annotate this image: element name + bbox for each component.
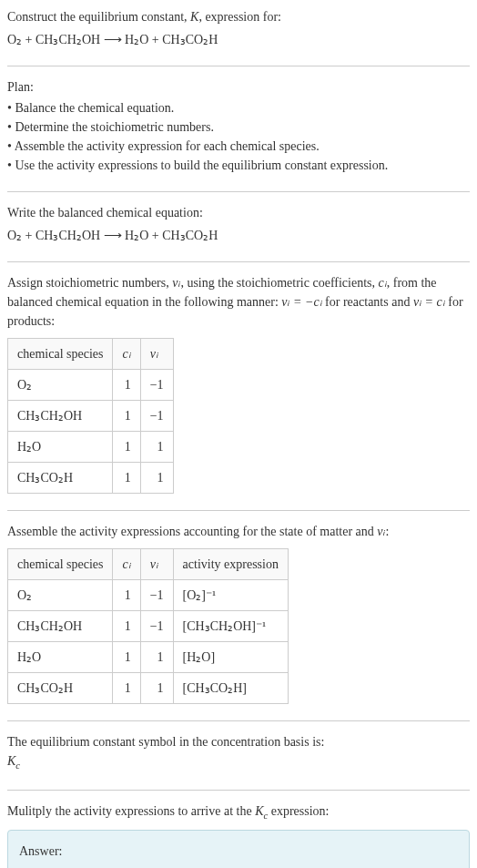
balanced-equation: O₂ + CH₃CH₂OH ⟶ H₂O + CH₃CO₂H [7,226,470,245]
stoich-pre: Assign stoichiometric numbers, [7,276,172,290]
cell-species: CH₃CO₂H [8,463,113,494]
stoich-eq2: νᵢ = cᵢ [413,295,445,309]
plan-section: Plan: Balance the chemical equation. Det… [7,77,470,175]
cell-ci: 1 [113,432,140,463]
symbol-section: The equilibrium constant symbol in the c… [7,732,470,773]
cell-species: O₂ [8,580,113,611]
col-species: chemical species [8,339,113,370]
plan-item: Determine the stoichiometric numbers. [7,117,470,137]
plan-item: Balance the chemical equation. [7,98,470,117]
cell-ci: 1 [113,370,140,401]
divider [7,261,470,262]
cell-nu: 1 [140,432,173,463]
cell-species: CH₃CO₂H [8,673,113,704]
col-nu: νᵢ [140,549,173,580]
activity-section: Assemble the activity expressions accoun… [7,522,470,704]
col-expr: activity expression [173,549,288,580]
stoich-section: Assign stoichiometric numbers, νᵢ, using… [7,273,470,494]
cell-species: CH₃CH₂OH [8,611,113,642]
cell-ci: 1 [113,673,140,704]
cell-ci: 1 [113,401,140,432]
cell-species: CH₃CH₂OH [8,401,113,432]
stoich-text: Assign stoichiometric numbers, νᵢ, using… [7,273,470,331]
plan-item: Use the activity expressions to build th… [7,156,470,175]
cell-nu: −1 [140,580,173,611]
activity-text: Assemble the activity expressions accoun… [7,522,470,541]
table-row: CH₃CO₂H 1 1 [CH₃CO₂H] [8,673,289,704]
cell-nu: 1 [140,673,173,704]
activity-table: chemical species cᵢ νᵢ activity expressi… [7,548,289,704]
table-header-row: chemical species cᵢ νᵢ activity expressi… [8,549,289,580]
stoich-ci: cᵢ [379,276,387,290]
col-ci: cᵢ [113,339,140,370]
cell-nu: −1 [140,401,173,432]
cell-expr: [O₂]⁻¹ [173,580,288,611]
col-species: chemical species [8,549,113,580]
cell-expr: [CH₃CO₂H] [173,673,288,704]
intro-section: Construct the equilibrium constant, K, e… [7,7,470,49]
multiply-section: Mulitply the activity expressions to arr… [7,802,470,868]
cell-ci: 1 [113,463,140,494]
symbol-text: The equilibrium constant symbol in the c… [7,732,470,751]
divider [7,191,470,192]
multiply-post: expression: [268,804,329,818]
cell-nu: 1 [140,463,173,494]
plan-list: Balance the chemical equation. Determine… [7,98,470,175]
cell-nu: −1 [140,611,173,642]
cell-species: H₂O [8,642,113,673]
intro-post: , expression for: [198,10,281,24]
cell-species: O₂ [8,370,113,401]
cell-ci: 1 [113,642,140,673]
col-nu: νᵢ [140,339,173,370]
stoich-eq1: νᵢ = −cᵢ [281,295,321,309]
table-row: CH₃CH₂OH 1 −1 [8,401,174,432]
table-row: O₂ 1 −1 [8,370,174,401]
divider [7,510,470,511]
intro-equation: O₂ + CH₃CH₂OH ⟶ H₂O + CH₃CO₂H [7,30,470,49]
divider [7,66,470,66]
cell-nu: 1 [140,642,173,673]
balanced-title: Write the balanced chemical equation: [7,203,470,222]
intro-text: Construct the equilibrium constant, K, e… [7,7,470,26]
table-row: CH₃CO₂H 1 1 [8,463,174,494]
table-row: O₂ 1 −1 [O₂]⁻¹ [8,580,289,611]
multiply-text: Mulitply the activity expressions to arr… [7,802,470,823]
plan-item: Assemble the activity expression for eac… [7,137,470,156]
stoich-mid3: for reactants and [322,295,413,309]
col-ci: cᵢ [113,549,140,580]
table-row: H₂O 1 1 [H₂O] [8,642,289,673]
answer-box: Answer: Kc = [O₂]⁻¹ [CH₃CH₂OH]⁻¹ [H₂O] [… [7,830,470,868]
intro-k: K [190,10,198,24]
table-row: H₂O 1 1 [8,432,174,463]
balanced-section: Write the balanced chemical equation: O₂… [7,203,470,245]
multiply-pre: Mulitply the activity expressions to arr… [7,804,255,818]
cell-expr: [CH₃CH₂OH]⁻¹ [173,611,288,642]
answer-label: Answer: [19,842,458,861]
cell-species: H₂O [8,432,113,463]
cell-nu: −1 [140,370,173,401]
cell-ci: 1 [113,580,140,611]
cell-ci: 1 [113,611,140,642]
intro-pre: Construct the equilibrium constant, [7,10,190,24]
cell-expr: [H₂O] [173,642,288,673]
symbol-kc: Kc [7,751,470,773]
table-header-row: chemical species cᵢ νᵢ [8,339,174,370]
table-row: CH₃CH₂OH 1 −1 [CH₃CH₂OH]⁻¹ [8,611,289,642]
divider [7,720,470,721]
stoich-table: chemical species cᵢ νᵢ O₂ 1 −1 CH₃CH₂OH … [7,338,174,494]
divider [7,790,470,791]
stoich-mid1: , using the stoichiometric coefficients, [180,276,378,290]
activity-post: : [386,525,390,538]
activity-pre: Assemble the activity expressions accoun… [7,525,377,538]
activity-nu: νᵢ [377,525,385,538]
plan-title: Plan: [7,77,470,97]
